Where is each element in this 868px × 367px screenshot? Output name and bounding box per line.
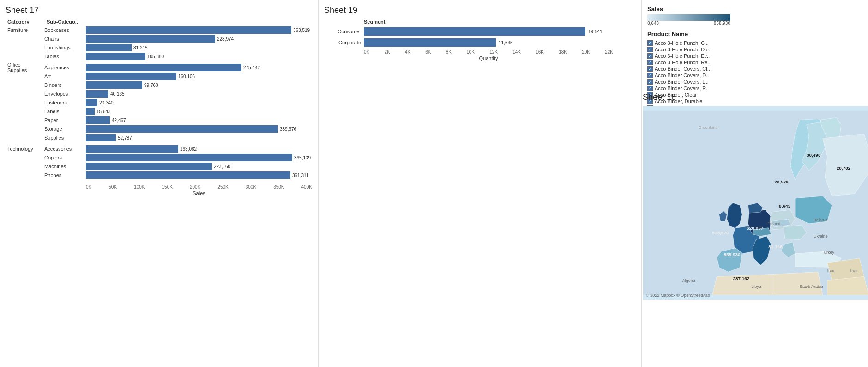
sales-legend-title: Sales (647, 6, 862, 12)
svg-text:Greenland: Greenland (699, 125, 718, 130)
product-name: Acco Binder Covers, D.. (655, 73, 709, 78)
sheet19-title: Sheet 19 (324, 6, 636, 15)
bar (86, 163, 212, 170)
bar (86, 64, 241, 71)
x-axis-tick: 6K (425, 49, 431, 55)
bar (86, 171, 290, 179)
svg-text:Ukraine: Ukraine (814, 234, 828, 239)
col-category-header: Category (7, 19, 47, 24)
bar-value-label: 339,676 (280, 127, 296, 132)
product-checkbox[interactable]: ✓ (647, 47, 653, 52)
svg-text:20,702: 20,702 (837, 165, 851, 171)
x-axis-tick: 4K (405, 49, 410, 55)
bar-row: Storage339,676 (86, 125, 313, 133)
product-name: Acco 3-Hole Punch, Ec.. (655, 53, 710, 59)
legend-values: 8,643 858,930 (647, 21, 730, 26)
x-axis-tick: 150K (162, 184, 173, 190)
bar-row-h: Corporate11,635 (324, 38, 636, 47)
x-axis-tick: 16K (536, 49, 544, 55)
product-checkbox[interactable]: ✓ (647, 86, 653, 91)
x-axis-tick: 8K (446, 49, 452, 55)
x-axis-tick: 20K (582, 49, 590, 55)
bar (86, 35, 215, 43)
bar-subcategory-label: Storage (44, 126, 85, 132)
bar-row: Copiers365,139 (86, 154, 313, 161)
bar-subcategory-label: Phones (44, 172, 85, 178)
bar-value-label: 361,311 (292, 173, 309, 178)
svg-text:8,643: 8,643 (779, 203, 790, 208)
segment-bar (364, 38, 496, 47)
product-checkbox[interactable]: ✓ (647, 66, 653, 72)
bar-value-label: 105,380 (147, 54, 164, 59)
bar-value-label: 163,082 (180, 147, 197, 152)
bar (86, 145, 178, 153)
sheet17-x-axis-label: Sales (86, 190, 312, 196)
bar-row: Labels15,643 (86, 108, 313, 115)
legend-gradient: 8,643 858,930 (647, 14, 862, 26)
bar-subcategory-label: Paper (44, 117, 85, 123)
bar (86, 44, 132, 51)
product-item: ✓Acco 3-Hole Punch, Du.. (647, 47, 862, 52)
bar-value-label: 40,135 (110, 92, 125, 97)
legend-max: 858,930 (714, 21, 730, 26)
segment-label: Segment (364, 19, 636, 24)
bar (86, 53, 145, 60)
svg-text:287,162: 287,162 (733, 276, 749, 281)
product-item: ✓Acco 3-Hole Punch, Cl.. (647, 40, 862, 46)
bar-value-label: 20,340 (99, 100, 114, 105)
segment-bar-value: 11,635 (499, 40, 513, 45)
map-credit: © 2022 Mapbox © OpenStreetMap (646, 293, 710, 298)
bar-row: Phones361,311 (86, 171, 313, 179)
bar (86, 108, 95, 115)
product-item: ✓Acco Binder Covers, R.. (647, 86, 862, 91)
bar-value-label: 42,467 (112, 118, 126, 123)
product-checkbox[interactable]: ✓ (647, 60, 653, 65)
x-axis-tick: 300K (246, 184, 256, 190)
bar (86, 99, 97, 106)
product-checkbox[interactable]: ✓ (647, 79, 653, 85)
bar-subcategory-label: Fasteners (44, 100, 85, 105)
svg-text:Poland: Poland (767, 221, 780, 226)
bar-row: TechnologyAccessories163,082 (86, 145, 313, 153)
sheet19-x-label: Quantity (364, 55, 613, 61)
sheet19-x-axis: 0K2K4K6K8K10K12K14K16K18K20K22K (364, 49, 613, 55)
bar-row: Art160,106 (86, 73, 313, 80)
product-checkbox[interactable]: ✓ (647, 40, 653, 46)
svg-text:Libya: Libya (751, 284, 761, 289)
x-axis-tick: 14K (512, 49, 521, 55)
bar-value-label: 223,160 (214, 164, 230, 169)
bar (86, 26, 291, 34)
bar (86, 116, 110, 124)
svg-text:Saudi Arabia: Saudi Arabia (800, 284, 823, 289)
product-item: ✓Acco Binder Covers, E.. (647, 79, 862, 85)
svg-text:628,857: 628,857 (747, 226, 763, 231)
bar-value-label: 275,442 (243, 65, 260, 70)
bar-row: Chairs228,974 (86, 35, 313, 43)
bar-subcategory-label: Tables (44, 54, 85, 59)
sheet18-title: Sheet 18 (643, 92, 868, 102)
bar-row: Paper42,467 (86, 116, 313, 124)
product-item: ✓Acco 3-Hole Punch, Ec.. (647, 53, 862, 59)
bar-row: Furnishings81,215 (86, 44, 313, 51)
product-item: ✓Acco 3-Hole Punch, Re.. (647, 60, 862, 65)
bar-row: Fasteners20,340 (86, 99, 313, 106)
svg-text:Belarus: Belarus (814, 218, 828, 222)
x-axis-tick: 2K (384, 49, 390, 55)
x-axis-tick: 18K (559, 49, 567, 55)
bar (86, 125, 278, 133)
bar-value-label: 52,787 (118, 135, 132, 141)
svg-text:30,490: 30,490 (807, 153, 821, 158)
segment-bar (364, 27, 585, 36)
product-name: Acco 3-Hole Punch, Cl.. (655, 40, 709, 46)
product-checkbox[interactable]: ✓ (647, 53, 653, 59)
product-checkbox[interactable]: ✓ (647, 73, 653, 78)
sheet19-panel: Sheet 19 Segment Consumer19,541Corporate… (319, 0, 642, 92)
bar-row: FurnitureBookcases363,519 (86, 26, 313, 34)
product-name: Acco Binder Covers, E.. (655, 79, 709, 85)
x-axis-tick: 100K (134, 184, 145, 190)
sheet19-bars: Consumer19,541Corporate11,635 (324, 27, 636, 47)
sheet18-panel: Sheet 18 Greenland (637, 92, 868, 306)
bar-subcategory-label: Furnishings (44, 45, 85, 50)
svg-text:858,930: 858,930 (723, 252, 740, 257)
bar (86, 90, 108, 98)
